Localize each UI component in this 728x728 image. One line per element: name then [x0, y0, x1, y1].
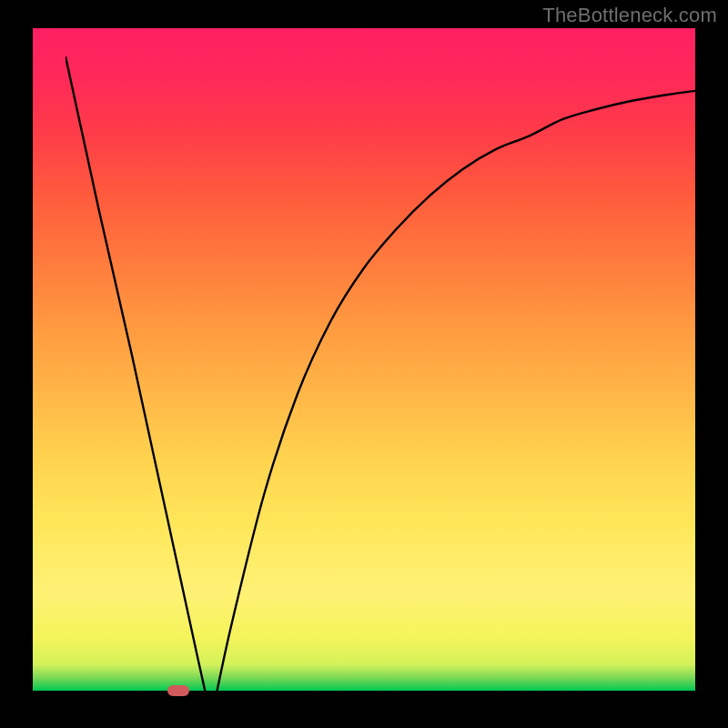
plot-area — [33, 28, 695, 691]
chart-stage: TheBottleneck.com — [0, 0, 728, 728]
heat-gradient-background — [33, 28, 695, 691]
watermark-label: TheBottleneck.com — [542, 4, 717, 27]
